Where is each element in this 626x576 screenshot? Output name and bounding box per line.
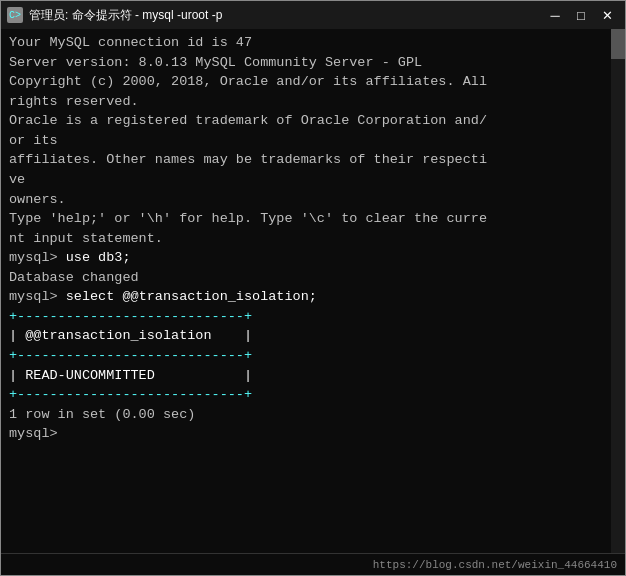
terminal-line: Database changed <box>9 268 617 288</box>
terminal-line: Type 'help;' or '\h' for help. Type '\c'… <box>9 209 617 229</box>
terminal-line: Oracle is a registered trademark of Orac… <box>9 111 617 131</box>
maximize-button[interactable]: □ <box>569 5 593 25</box>
window-title: 管理员: 命令提示符 - mysql -uroot -p <box>29 7 222 24</box>
title-bar-left: C> 管理员: 命令提示符 - mysql -uroot -p <box>7 7 222 24</box>
terminal-line: mysql> <box>9 424 617 444</box>
terminal-line: | @@transaction_isolation | <box>9 326 617 346</box>
terminal-icon: C> <box>7 7 23 23</box>
status-bar: https://blog.csdn.net/weixin_44664410 <box>1 553 625 575</box>
terminal-line: mysql> select @@transaction_isolation; <box>9 287 617 307</box>
window: C> 管理员: 命令提示符 - mysql -uroot -p ─ □ ✕ Yo… <box>0 0 626 576</box>
scrollbar[interactable] <box>611 29 625 553</box>
terminal-line: rights reserved. <box>9 92 617 112</box>
terminal-line: nt input statement. <box>9 229 617 249</box>
terminal-line: 1 row in set (0.00 sec) <box>9 405 617 425</box>
terminal-line: ve <box>9 170 617 190</box>
terminal-line: owners. <box>9 190 617 210</box>
terminal-output[interactable]: Your MySQL connection id is 47Server ver… <box>1 29 625 553</box>
title-bar: C> 管理员: 命令提示符 - mysql -uroot -p ─ □ ✕ <box>1 1 625 29</box>
close-button[interactable]: ✕ <box>595 5 619 25</box>
terminal-line: or its <box>9 131 617 151</box>
terminal-line: Your MySQL connection id is 47 <box>9 33 617 53</box>
window-controls: ─ □ ✕ <box>543 5 619 25</box>
terminal-line: mysql> use db3; <box>9 248 617 268</box>
terminal-line: affiliates. Other names may be trademark… <box>9 150 617 170</box>
terminal-line: | READ-UNCOMMITTED | <box>9 366 617 386</box>
terminal-window: Your MySQL connection id is 47Server ver… <box>1 29 625 553</box>
terminal-line: Server version: 8.0.13 MySQL Community S… <box>9 53 617 73</box>
url-text: https://blog.csdn.net/weixin_44664410 <box>373 559 617 571</box>
terminal-line: Copyright (c) 2000, 2018, Oracle and/or … <box>9 72 617 92</box>
terminal-line: +----------------------------+ <box>9 346 617 366</box>
minimize-button[interactable]: ─ <box>543 5 567 25</box>
terminal-line: +----------------------------+ <box>9 307 617 327</box>
terminal-line: +----------------------------+ <box>9 385 617 405</box>
scrollbar-thumb[interactable] <box>611 29 625 59</box>
